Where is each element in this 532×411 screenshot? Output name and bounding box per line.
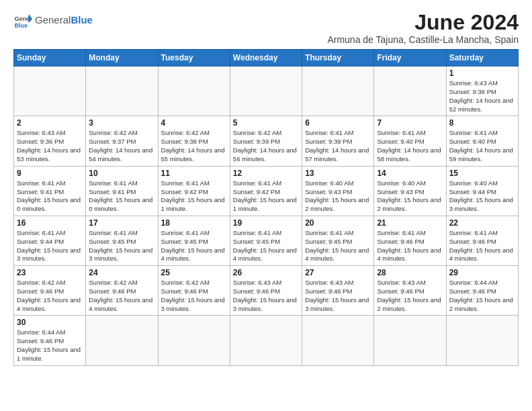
day-info: Sunrise: 6:41 AM Sunset: 9:45 PM Dayligh… [233,229,299,263]
header-cell-monday: Monday [86,50,158,66]
calendar-cell [302,66,374,116]
calendar-cell: 20Sunrise: 6:41 AM Sunset: 9:45 PM Dayli… [302,216,374,265]
calendar-cell [230,66,302,116]
day-info: Sunrise: 6:43 AM Sunset: 9:36 PM Dayligh… [449,79,515,113]
day-number: 5 [233,118,299,128]
calendar-body: 1Sunrise: 6:43 AM Sunset: 9:36 PM Daylig… [14,66,519,366]
day-info: Sunrise: 6:42 AM Sunset: 9:46 PM Dayligh… [161,279,227,313]
header-cell-tuesday: Tuesday [158,50,230,66]
calendar-cell: 17Sunrise: 6:41 AM Sunset: 9:45 PM Dayli… [86,216,158,265]
calendar-week-5: 23Sunrise: 6:42 AM Sunset: 9:46 PM Dayli… [14,266,519,316]
calendar-week-2: 2Sunrise: 6:43 AM Sunset: 9:36 PM Daylig… [14,116,519,166]
day-number: 27 [305,268,371,277]
calendar-cell: 10Sunrise: 6:41 AM Sunset: 9:41 PM Dayli… [86,166,158,216]
calendar-cell [374,66,446,116]
day-info: Sunrise: 6:44 AM Sunset: 9:46 PM Dayligh… [449,279,515,313]
calendar-cell: 6Sunrise: 6:41 AM Sunset: 9:39 PM Daylig… [302,116,374,166]
day-info: Sunrise: 6:41 AM Sunset: 9:41 PM Dayligh… [17,179,83,214]
day-info: Sunrise: 6:41 AM Sunset: 9:45 PM Dayligh… [161,229,227,263]
calendar-week-1: 1Sunrise: 6:43 AM Sunset: 9:36 PM Daylig… [14,66,519,116]
day-info: Sunrise: 6:43 AM Sunset: 9:46 PM Dayligh… [377,279,443,313]
day-info: Sunrise: 6:43 AM Sunset: 9:36 PM Dayligh… [17,129,83,163]
calendar-cell [14,66,86,116]
calendar-cell: 14Sunrise: 6:40 AM Sunset: 9:43 PM Dayli… [374,166,446,216]
day-info: Sunrise: 6:41 AM Sunset: 9:40 PM Dayligh… [377,129,443,163]
calendar-cell: 29Sunrise: 6:44 AM Sunset: 9:46 PM Dayli… [446,266,518,316]
day-info: Sunrise: 6:41 AM Sunset: 9:40 PM Dayligh… [449,129,515,163]
day-number: 6 [305,118,371,128]
day-info: Sunrise: 6:40 AM Sunset: 9:43 PM Dayligh… [305,179,371,214]
day-number: 12 [233,169,299,178]
calendar-week-6: 30Sunrise: 6:44 AM Sunset: 9:46 PM Dayli… [14,316,519,365]
calendar-cell: 18Sunrise: 6:41 AM Sunset: 9:45 PM Dayli… [158,216,230,265]
day-info: Sunrise: 6:40 AM Sunset: 9:44 PM Dayligh… [449,179,515,214]
day-number: 21 [377,218,443,228]
calendar-cell [230,316,302,365]
calendar-cell: 8Sunrise: 6:41 AM Sunset: 9:40 PM Daylig… [446,116,518,166]
header-cell-sunday: Sunday [14,50,86,66]
calendar-cell [86,316,158,365]
day-number: 7 [377,118,443,128]
calendar-cell: 3Sunrise: 6:42 AM Sunset: 9:37 PM Daylig… [86,116,158,166]
day-info: Sunrise: 6:41 AM Sunset: 9:42 PM Dayligh… [233,179,299,214]
calendar-cell: 21Sunrise: 6:41 AM Sunset: 9:46 PM Dayli… [374,216,446,265]
calendar-cell [302,316,374,365]
calendar-cell: 25Sunrise: 6:42 AM Sunset: 9:46 PM Dayli… [158,266,230,316]
calendar-subtitle: Armuna de Tajuna, Castille-La Mancha, Sp… [327,34,519,45]
day-number: 26 [233,268,299,277]
calendar-title: June 2024 [327,11,519,34]
day-info: Sunrise: 6:41 AM Sunset: 9:45 PM Dayligh… [89,229,154,263]
calendar-cell [374,316,446,365]
day-info: Sunrise: 6:41 AM Sunset: 9:45 PM Dayligh… [305,229,371,263]
calendar-cell: 9Sunrise: 6:41 AM Sunset: 9:41 PM Daylig… [14,166,86,216]
day-number: 10 [89,169,154,178]
day-number: 20 [305,218,371,228]
day-info: Sunrise: 6:41 AM Sunset: 9:44 PM Dayligh… [17,229,83,263]
day-info: Sunrise: 6:41 AM Sunset: 9:39 PM Dayligh… [305,129,371,163]
day-number: 25 [161,268,227,277]
day-number: 17 [89,218,154,228]
calendar-week-4: 16Sunrise: 6:41 AM Sunset: 9:44 PM Dayli… [14,216,519,265]
calendar-cell [86,66,158,116]
day-info: Sunrise: 6:44 AM Sunset: 9:46 PM Dayligh… [17,328,83,363]
calendar-cell: 19Sunrise: 6:41 AM Sunset: 9:45 PM Dayli… [230,216,302,265]
header-cell-friday: Friday [374,50,446,66]
day-info: Sunrise: 6:41 AM Sunset: 9:41 PM Dayligh… [89,179,154,214]
calendar-cell: 30Sunrise: 6:44 AM Sunset: 9:46 PM Dayli… [14,316,86,365]
day-info: Sunrise: 6:41 AM Sunset: 9:42 PM Dayligh… [161,179,227,214]
calendar-cell: 22Sunrise: 6:41 AM Sunset: 9:46 PM Dayli… [446,216,518,265]
day-number: 13 [305,169,371,178]
calendar-cell: 4Sunrise: 6:42 AM Sunset: 9:38 PM Daylig… [158,116,230,166]
day-number: 3 [89,118,154,128]
calendar-cell: 11Sunrise: 6:41 AM Sunset: 9:42 PM Dayli… [158,166,230,216]
logo-text: GeneralBlue [35,15,93,26]
calendar-cell: 15Sunrise: 6:40 AM Sunset: 9:44 PM Dayli… [446,166,518,216]
day-number: 23 [17,268,83,277]
day-number: 2 [17,118,83,128]
day-number: 29 [449,268,515,277]
day-info: Sunrise: 6:42 AM Sunset: 9:37 PM Dayligh… [89,129,154,163]
calendar-cell: 5Sunrise: 6:42 AM Sunset: 9:39 PM Daylig… [230,116,302,166]
calendar-header-row: SundayMondayTuesdayWednesdayThursdayFrid… [14,50,519,66]
calendar-cell: 24Sunrise: 6:42 AM Sunset: 9:46 PM Dayli… [86,266,158,316]
day-info: Sunrise: 6:43 AM Sunset: 9:46 PM Dayligh… [305,279,371,313]
calendar-cell: 23Sunrise: 6:42 AM Sunset: 9:46 PM Dayli… [14,266,86,316]
calendar-week-3: 9Sunrise: 6:41 AM Sunset: 9:41 PM Daylig… [14,166,519,216]
page-header: General Blue GeneralBlue June 2024 Armun… [13,11,519,45]
calendar-cell [158,316,230,365]
calendar-cell: 26Sunrise: 6:43 AM Sunset: 9:46 PM Dayli… [230,266,302,316]
calendar-cell [446,316,518,365]
header-cell-thursday: Thursday [302,50,374,66]
day-number: 9 [17,169,83,178]
logo: General Blue GeneralBlue [13,11,93,30]
calendar-table: SundayMondayTuesdayWednesdayThursdayFrid… [13,49,519,366]
logo-icon: General Blue [13,11,32,30]
calendar-cell: 16Sunrise: 6:41 AM Sunset: 9:44 PM Dayli… [14,216,86,265]
calendar-cell: 13Sunrise: 6:40 AM Sunset: 9:43 PM Dayli… [302,166,374,216]
calendar-cell: 1Sunrise: 6:43 AM Sunset: 9:36 PM Daylig… [446,66,518,116]
day-number: 11 [161,169,227,178]
day-info: Sunrise: 6:42 AM Sunset: 9:46 PM Dayligh… [17,279,83,313]
day-number: 24 [89,268,154,277]
calendar-cell: 7Sunrise: 6:41 AM Sunset: 9:40 PM Daylig… [374,116,446,166]
header-cell-wednesday: Wednesday [230,50,302,66]
